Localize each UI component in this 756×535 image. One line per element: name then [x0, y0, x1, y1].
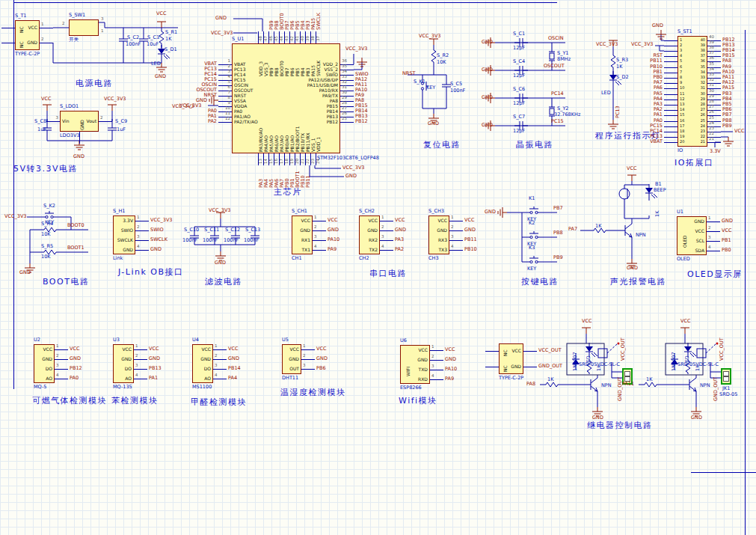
- wire-stub: [664, 137, 677, 138]
- component-ldo1[interactable]: [60, 111, 99, 132]
- wire-stub: [218, 75, 232, 76]
- component-u4[interactable]: [192, 344, 213, 383]
- component-u5[interactable]: [282, 344, 301, 374]
- wire-stub: [380, 230, 393, 231]
- wire-stub: [218, 106, 232, 107]
- wire-stub: [449, 230, 463, 231]
- wire-stub: [430, 370, 443, 370]
- wire-stub: [279, 153, 280, 165]
- wire-stub: [664, 78, 677, 79]
- wire-stub: [707, 121, 721, 122]
- wire-stub: [340, 91, 354, 91]
- wire-stub: [664, 100, 677, 100]
- wire-stub: [274, 153, 274, 165]
- wire-stub: [707, 73, 721, 73]
- wire-stub: [340, 106, 354, 107]
- wire-stub: [449, 250, 463, 251]
- wire-stub: [340, 101, 354, 102]
- component-ch1[interactable]: [292, 215, 313, 254]
- wire-stub: [268, 31, 269, 43]
- component-ch3[interactable]: [428, 215, 449, 254]
- wire-stub: [664, 83, 677, 84]
- wire-stub: [430, 379, 443, 380]
- wire-stub: [313, 250, 326, 251]
- component-sw1[interactable]: [69, 19, 99, 36]
- schematic-wiring-layer: [0, 0, 756, 535]
- component-u1[interactable]: [232, 43, 340, 153]
- wire-stub: [707, 241, 720, 242]
- wire-stub: [380, 221, 393, 221]
- relay-output-connector-1[interactable]: [622, 368, 633, 385]
- wire-stub: [218, 122, 232, 123]
- wire-stub: [664, 51, 677, 52]
- wire-stub: [664, 126, 677, 127]
- wire-stub: [707, 94, 721, 95]
- wire-stub: [213, 379, 227, 379]
- wire-stub: [707, 78, 721, 79]
- component-u2[interactable]: [34, 344, 55, 383]
- component-u6[interactable]: [400, 345, 430, 384]
- wire-stub: [40, 28, 53, 28]
- wire-stub: [279, 31, 280, 43]
- component-u1o[interactable]: [677, 216, 707, 255]
- wire-stub: [340, 80, 354, 81]
- wire-stub: [301, 359, 315, 360]
- wire-stub: [284, 31, 285, 43]
- wire-stub: [340, 75, 354, 76]
- wire-stub: [79, 132, 80, 144]
- wire-stub: [263, 153, 264, 165]
- wire-stub: [55, 359, 68, 360]
- wire-stub: [430, 350, 443, 351]
- wire-stub: [340, 96, 354, 97]
- component-ch2[interactable]: [359, 215, 380, 254]
- wire-stub: [707, 132, 721, 132]
- wire-stub: [135, 250, 149, 251]
- wire-stub: [340, 122, 354, 123]
- wire-stub: [218, 111, 232, 112]
- wire-stub: [213, 369, 227, 370]
- wire-stub: [707, 56, 721, 57]
- wire-stub: [135, 221, 149, 221]
- component-h1[interactable]: [113, 215, 135, 254]
- wire-stub: [1, 43, 15, 43]
- wire-stub: [55, 379, 68, 379]
- relay-output-connector-jk1[interactable]: [721, 368, 731, 385]
- wire-stub: [218, 70, 232, 70]
- wire-stub: [340, 117, 354, 117]
- wire-stub: [664, 110, 677, 111]
- wire-stub: [707, 221, 720, 222]
- wire-stub: [268, 153, 269, 165]
- wire-stub: [485, 351, 499, 352]
- wire-stub: [664, 46, 677, 46]
- wire-stub: [707, 67, 721, 68]
- wire-stub: [430, 360, 443, 361]
- wire-stub: [218, 64, 232, 65]
- wire-stub: [218, 96, 232, 97]
- wire-stub: [135, 240, 149, 241]
- wire-stub: [295, 153, 295, 165]
- wire-stub: [301, 349, 315, 350]
- wire-stub: [707, 231, 720, 232]
- wire-stub: [707, 142, 721, 143]
- component-st1[interactable]: [677, 36, 707, 147]
- wire-stub: [485, 367, 499, 367]
- wire-stub: [664, 61, 677, 62]
- component-u3[interactable]: [113, 344, 134, 383]
- component-t1[interactable]: [15, 20, 40, 50]
- wire-stub: [380, 250, 393, 251]
- wire-stub: [664, 142, 677, 143]
- wire-stub: [300, 153, 301, 165]
- wire-stub: [134, 359, 147, 360]
- wire-stub: [46, 121, 60, 122]
- wire-stub: [664, 67, 677, 68]
- schematic-sheet: 电源电路VCCGNDS_C2100nFS_C310uFS_R11KS_D1LED…: [0, 0, 756, 535]
- wire-stub: [316, 153, 316, 165]
- wire-stub: [274, 31, 274, 43]
- wire-stub: [218, 80, 232, 81]
- wire-stub: [664, 88, 677, 89]
- wire-stub: [300, 31, 301, 43]
- component-t2[interactable]: [499, 343, 523, 374]
- wire-stub: [301, 369, 315, 370]
- wire-stub: [340, 70, 354, 70]
- wire-stub: [707, 61, 721, 62]
